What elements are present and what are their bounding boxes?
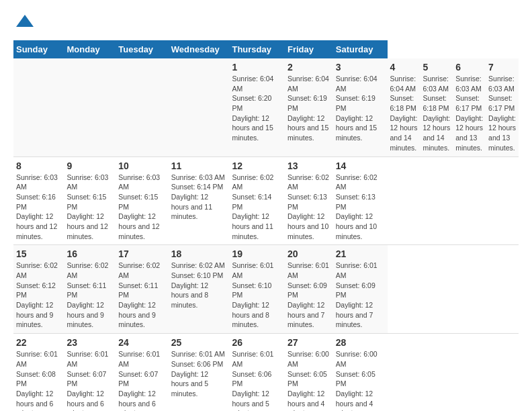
weekday-header-sunday: Sunday [13, 40, 64, 58]
calendar-cell: 8Sunrise: 6:03 AMSunset: 6:16 PMDaylight… [13, 156, 64, 245]
day-number: 21 [336, 248, 385, 259]
weekday-header-friday: Friday [285, 40, 333, 58]
day-info: Sunrise: 6:03 AMSunset: 6:17 PMDaylight:… [455, 74, 483, 153]
svg-marker-0 [16, 15, 34, 27]
day-number: 12 [232, 161, 282, 171]
day-info: Sunrise: 6:02 AMSunset: 6:10 PMDaylight:… [171, 261, 227, 310]
calendar-cell: 3Sunrise: 6:04 AMSunset: 6:19 PMDaylight… [333, 58, 388, 156]
day-number: 19 [232, 248, 282, 259]
day-number: 25 [171, 337, 227, 348]
logo [13, 13, 35, 34]
day-number: 1 [232, 62, 282, 73]
day-number: 15 [16, 248, 62, 259]
calendar-cell: 12Sunrise: 6:02 AMSunset: 6:14 PMDayligh… [229, 156, 285, 245]
day-info: Sunrise: 6:03 AMSunset: 6:15 PMDaylight:… [67, 173, 114, 242]
calendar-cell: 18Sunrise: 6:02 AMSunset: 6:10 PMDayligh… [169, 245, 230, 334]
calendar-cell: 26Sunrise: 6:01 AMSunset: 6:06 PMDayligh… [229, 334, 285, 411]
calendar-cell: 13Sunrise: 6:02 AMSunset: 6:13 PMDayligh… [285, 156, 333, 245]
day-number: 4 [390, 62, 418, 73]
day-number: 14 [336, 161, 385, 171]
calendar-cell: 5Sunrise: 6:03 AMSunset: 6:18 PMDaylight… [420, 58, 453, 156]
day-number: 2 [287, 62, 330, 73]
calendar-cell: 14Sunrise: 6:02 AMSunset: 6:13 PMDayligh… [333, 156, 388, 245]
day-info: Sunrise: 6:00 AMSunset: 6:05 PMDaylight:… [287, 349, 330, 411]
weekday-header-saturday: Saturday [333, 40, 388, 58]
calendar-cell [64, 58, 116, 156]
calendar-cell [169, 58, 230, 156]
day-info: Sunrise: 6:01 AMSunset: 6:07 PMDaylight:… [67, 349, 114, 411]
day-info: Sunrise: 6:04 AMSunset: 6:19 PMDaylight:… [336, 74, 385, 143]
day-info: Sunrise: 6:03 AMSunset: 6:16 PMDaylight:… [16, 173, 62, 242]
day-info: Sunrise: 6:01 AMSunset: 6:07 PMDaylight:… [118, 349, 165, 411]
calendar-cell: 24Sunrise: 6:01 AMSunset: 6:07 PMDayligh… [116, 334, 168, 411]
day-number: 3 [336, 62, 385, 73]
day-number: 17 [118, 248, 165, 259]
calendar-cell: 19Sunrise: 6:01 AMSunset: 6:10 PMDayligh… [229, 245, 285, 334]
day-info: Sunrise: 6:02 AMSunset: 6:12 PMDaylight:… [16, 261, 62, 330]
day-number: 18 [171, 248, 227, 259]
day-number: 6 [455, 62, 483, 73]
day-info: Sunrise: 6:03 AMSunset: 6:17 PMDaylight:… [488, 74, 516, 153]
day-info: Sunrise: 6:04 AMSunset: 6:18 PMDaylight:… [390, 74, 418, 153]
day-info: Sunrise: 6:02 AMSunset: 6:13 PMDaylight:… [287, 173, 330, 242]
page-header [13, 13, 519, 34]
day-info: Sunrise: 6:04 AMSunset: 6:20 PMDaylight:… [232, 74, 282, 143]
calendar-table: SundayMondayTuesdayWednesdayThursdayFrid… [13, 40, 519, 411]
day-number: 28 [336, 337, 385, 348]
day-info: Sunrise: 6:03 AMSunset: 6:14 PMDaylight:… [171, 173, 227, 222]
calendar-cell: 1Sunrise: 6:04 AMSunset: 6:20 PMDaylight… [229, 58, 285, 156]
day-info: Sunrise: 6:02 AMSunset: 6:11 PMDaylight:… [67, 261, 114, 330]
calendar-cell: 11Sunrise: 6:03 AMSunset: 6:14 PMDayligh… [169, 156, 230, 245]
day-info: Sunrise: 6:01 AMSunset: 6:10 PMDaylight:… [232, 261, 282, 330]
weekday-header-wednesday: Wednesday [169, 40, 230, 58]
day-info: Sunrise: 6:01 AMSunset: 6:06 PMDaylight:… [232, 349, 282, 411]
calendar-week-4: 22Sunrise: 6:01 AMSunset: 6:08 PMDayligh… [13, 334, 519, 411]
calendar-cell: 9Sunrise: 6:03 AMSunset: 6:15 PMDaylight… [64, 156, 116, 245]
calendar-week-2: 8Sunrise: 6:03 AMSunset: 6:16 PMDaylight… [13, 156, 519, 245]
weekday-header-monday: Monday [64, 40, 116, 58]
day-number: 8 [16, 161, 62, 171]
logo-text [13, 13, 35, 34]
day-number: 24 [118, 337, 165, 348]
day-info: Sunrise: 6:01 AMSunset: 6:09 PMDaylight:… [287, 261, 330, 330]
calendar-cell [116, 58, 168, 156]
weekday-header-thursday: Thursday [229, 40, 285, 58]
calendar-cell: 28Sunrise: 6:00 AMSunset: 6:05 PMDayligh… [333, 334, 388, 411]
day-info: Sunrise: 6:02 AMSunset: 6:11 PMDaylight:… [118, 261, 165, 330]
calendar-cell: 15Sunrise: 6:02 AMSunset: 6:12 PMDayligh… [13, 245, 64, 334]
day-info: Sunrise: 6:04 AMSunset: 6:19 PMDaylight:… [287, 74, 330, 143]
logo-icon [15, 13, 35, 34]
day-number: 20 [287, 248, 330, 259]
calendar-cell: 25Sunrise: 6:01 AMSunset: 6:06 PMDayligh… [169, 334, 230, 411]
calendar-cell: 2Sunrise: 6:04 AMSunset: 6:19 PMDaylight… [285, 58, 333, 156]
calendar-cell: 27Sunrise: 6:00 AMSunset: 6:05 PMDayligh… [285, 334, 333, 411]
calendar-cell: 6Sunrise: 6:03 AMSunset: 6:17 PMDaylight… [453, 58, 486, 156]
day-info: Sunrise: 6:01 AMSunset: 6:08 PMDaylight:… [16, 349, 62, 411]
day-info: Sunrise: 6:02 AMSunset: 6:14 PMDaylight:… [232, 173, 282, 242]
day-info: Sunrise: 6:03 AMSunset: 6:18 PMDaylight:… [423, 74, 450, 153]
day-number: 9 [67, 161, 114, 171]
day-number: 22 [16, 337, 62, 348]
day-number: 13 [287, 161, 330, 171]
day-number: 5 [423, 62, 450, 73]
day-info: Sunrise: 6:00 AMSunset: 6:05 PMDaylight:… [336, 349, 385, 411]
day-number: 10 [118, 161, 165, 171]
calendar-cell: 4Sunrise: 6:04 AMSunset: 6:18 PMDaylight… [388, 58, 420, 156]
day-info: Sunrise: 6:03 AMSunset: 6:15 PMDaylight:… [118, 173, 165, 242]
calendar-cell: 10Sunrise: 6:03 AMSunset: 6:15 PMDayligh… [116, 156, 168, 245]
calendar-cell: 20Sunrise: 6:01 AMSunset: 6:09 PMDayligh… [285, 245, 333, 334]
day-number: 23 [67, 337, 114, 348]
day-number: 16 [67, 248, 114, 259]
calendar-cell: 22Sunrise: 6:01 AMSunset: 6:08 PMDayligh… [13, 334, 64, 411]
calendar-cell: 16Sunrise: 6:02 AMSunset: 6:11 PMDayligh… [64, 245, 116, 334]
calendar-week-1: 1Sunrise: 6:04 AMSunset: 6:20 PMDaylight… [13, 58, 519, 156]
calendar-cell: 17Sunrise: 6:02 AMSunset: 6:11 PMDayligh… [116, 245, 168, 334]
day-info: Sunrise: 6:01 AMSunset: 6:06 PMDaylight:… [171, 349, 227, 398]
weekday-header-tuesday: Tuesday [116, 40, 168, 58]
day-number: 11 [171, 161, 227, 171]
calendar-cell: 23Sunrise: 6:01 AMSunset: 6:07 PMDayligh… [64, 334, 116, 411]
calendar-week-3: 15Sunrise: 6:02 AMSunset: 6:12 PMDayligh… [13, 245, 519, 334]
weekday-header-row: SundayMondayTuesdayWednesdayThursdayFrid… [13, 40, 519, 58]
calendar-cell: 7Sunrise: 6:03 AMSunset: 6:17 PMDaylight… [486, 58, 519, 156]
calendar-cell [13, 58, 64, 156]
